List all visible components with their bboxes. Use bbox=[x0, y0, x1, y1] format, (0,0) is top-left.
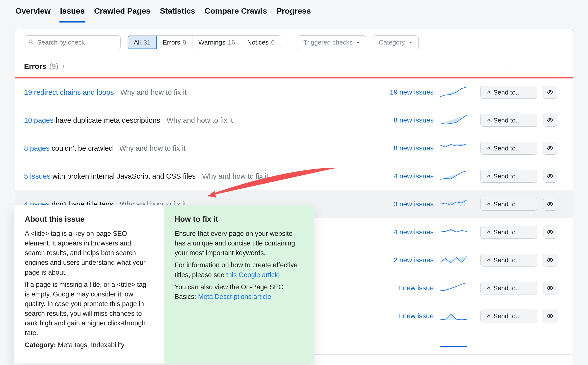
svg-point-5 bbox=[549, 175, 551, 177]
section-title: Errors bbox=[24, 62, 46, 71]
issue-cell: 8 pages couldn't be crawledWhy and how t… bbox=[24, 144, 363, 152]
table-row: 19 redirect chains and loopsWhy and how … bbox=[15, 78, 573, 106]
svg-point-4 bbox=[549, 147, 551, 149]
new-issues-link[interactable]: 2 new issues bbox=[369, 256, 434, 264]
share-icon bbox=[485, 201, 491, 207]
eye-icon bbox=[547, 285, 553, 291]
tab-compare-crawls[interactable]: Compare Crawls bbox=[204, 6, 268, 16]
new-issues-link[interactable]: 1 new issue bbox=[369, 284, 434, 292]
search-input-wrap[interactable] bbox=[24, 35, 121, 49]
issue-cell: 19 redirect chains and loopsWhy and how … bbox=[24, 88, 363, 97]
tab-crawled-pages[interactable]: Crawled Pages bbox=[94, 6, 151, 16]
new-issues-link[interactable]: 8 new issues bbox=[369, 116, 434, 124]
pill-all-label: All bbox=[134, 39, 141, 46]
send-to-label: Send to... bbox=[493, 228, 521, 236]
eye-icon bbox=[547, 257, 553, 263]
eye-icon bbox=[547, 89, 553, 96]
info-icon[interactable] bbox=[61, 62, 66, 71]
pill-errors-label: Errors bbox=[163, 39, 180, 46]
why-how-fix-link[interactable]: Why and how to fix it bbox=[167, 116, 233, 125]
tab-overview[interactable]: Overview bbox=[15, 6, 51, 16]
visibility-button[interactable] bbox=[543, 142, 557, 155]
new-issues-link[interactable]: 8 new issues bbox=[369, 144, 434, 152]
about-paragraph: If a page is missing a title, or a <titl… bbox=[25, 280, 153, 338]
new-issues-link[interactable]: 4 new issues bbox=[369, 228, 434, 236]
eye-icon bbox=[547, 313, 553, 319]
new-issues-link[interactable]: 4 new issues bbox=[369, 172, 434, 180]
sparkline bbox=[440, 143, 467, 154]
issue-link[interactable]: 10 pages bbox=[24, 116, 53, 124]
send-to-label: Send to... bbox=[493, 200, 521, 208]
meta-descriptions-link[interactable]: Meta Descriptions article bbox=[198, 293, 271, 300]
category-dropdown[interactable]: Category bbox=[373, 35, 419, 49]
send-to-button[interactable]: Send to... bbox=[480, 114, 537, 127]
fix-paragraph: For information on how to create effecti… bbox=[175, 260, 303, 280]
send-to-button[interactable]: Send to... bbox=[480, 170, 537, 183]
issue-link[interactable]: 8 pages bbox=[24, 144, 50, 152]
new-issues-link[interactable]: 3 new issues bbox=[369, 200, 434, 208]
share-icon bbox=[485, 257, 491, 263]
sparkline bbox=[440, 338, 467, 349]
visibility-button[interactable] bbox=[543, 226, 557, 239]
triggered-checks-label: Triggered checks bbox=[303, 39, 352, 46]
send-to-button[interactable]: Send to... bbox=[480, 254, 537, 267]
fix-panel: How to fix it Ensure that every page on … bbox=[164, 205, 314, 364]
send-to-label: Send to... bbox=[493, 117, 521, 124]
send-to-label: Send to... bbox=[493, 89, 521, 96]
table-row: 5 issues with broken internal JavaScript… bbox=[15, 162, 573, 190]
share-icon bbox=[485, 173, 491, 179]
send-to-button[interactable]: Send to... bbox=[480, 282, 537, 294]
sparkline bbox=[440, 283, 467, 293]
pill-notices[interactable]: Notices 6 bbox=[241, 36, 281, 49]
section-count: (9) bbox=[49, 62, 58, 71]
visibility-button[interactable] bbox=[543, 198, 557, 211]
svg-point-9 bbox=[549, 287, 551, 289]
new-issues-link[interactable]: 19 new issues bbox=[369, 88, 434, 96]
sparkline bbox=[440, 115, 467, 126]
issue-details-popover: About this issue A <title> tag is a key … bbox=[14, 205, 314, 364]
why-how-fix-link[interactable]: Why and how to fix it bbox=[120, 88, 187, 97]
pill-all[interactable]: All 31 bbox=[128, 36, 157, 49]
new-issues-link[interactable]: 1 new issue bbox=[369, 312, 434, 320]
eye-icon bbox=[547, 201, 553, 207]
visibility-button[interactable] bbox=[543, 170, 557, 183]
google-article-link[interactable]: this Google article bbox=[226, 271, 280, 279]
share-icon bbox=[485, 118, 491, 123]
pill-warnings[interactable]: Warnings 16 bbox=[192, 36, 241, 49]
visibility-button[interactable] bbox=[543, 114, 557, 127]
issue-link[interactable]: 19 redirect chains and loops bbox=[24, 88, 114, 96]
table-row: 10 pages have duplicate meta description… bbox=[15, 106, 573, 134]
pill-errors-count: 9 bbox=[183, 39, 186, 46]
triggered-checks-dropdown[interactable]: Triggered checks bbox=[298, 35, 366, 49]
visibility-button[interactable] bbox=[543, 254, 557, 267]
share-icon bbox=[485, 146, 491, 151]
pill-all-count: 31 bbox=[143, 39, 151, 46]
visibility-button[interactable] bbox=[543, 310, 557, 322]
send-to-button[interactable]: Send to... bbox=[480, 310, 537, 322]
why-how-fix-link[interactable]: Why and how to fix it bbox=[119, 144, 186, 153]
send-to-button[interactable]: Send to... bbox=[480, 226, 537, 239]
tab-statistics[interactable]: Statistics bbox=[160, 6, 196, 16]
chevron-down-icon bbox=[356, 40, 360, 45]
visibility-button[interactable] bbox=[543, 86, 557, 99]
pill-errors[interactable]: Errors 9 bbox=[157, 36, 192, 49]
sparkline bbox=[440, 87, 467, 98]
issue-text: have duplicate meta descriptions bbox=[53, 116, 160, 124]
tab-bar: Overview Issues Crawled Pages Statistics… bbox=[15, 0, 573, 22]
send-to-button[interactable]: Send to... bbox=[480, 198, 537, 211]
svg-point-0 bbox=[63, 65, 64, 66]
fix-paragraph: Ensure that every page on your website h… bbox=[175, 229, 303, 258]
visibility-button[interactable] bbox=[543, 282, 557, 294]
tab-issues[interactable]: Issues bbox=[59, 6, 85, 16]
why-how-fix-link[interactable]: Why and how to fix it bbox=[202, 172, 268, 181]
search-input[interactable] bbox=[37, 39, 116, 46]
eye-icon bbox=[547, 117, 553, 123]
send-to-button[interactable]: Send to... bbox=[480, 86, 537, 99]
tab-progress[interactable]: Progress bbox=[276, 6, 311, 16]
send-to-label: Send to... bbox=[493, 284, 521, 292]
send-to-button[interactable]: Send to... bbox=[480, 142, 537, 155]
fix-paragraph: You can also view the On-Page SEO Basics… bbox=[175, 282, 303, 302]
issue-link[interactable]: 5 issues bbox=[24, 172, 50, 180]
pill-warnings-label: Warnings bbox=[198, 39, 225, 46]
send-to-label: Send to... bbox=[493, 172, 521, 180]
